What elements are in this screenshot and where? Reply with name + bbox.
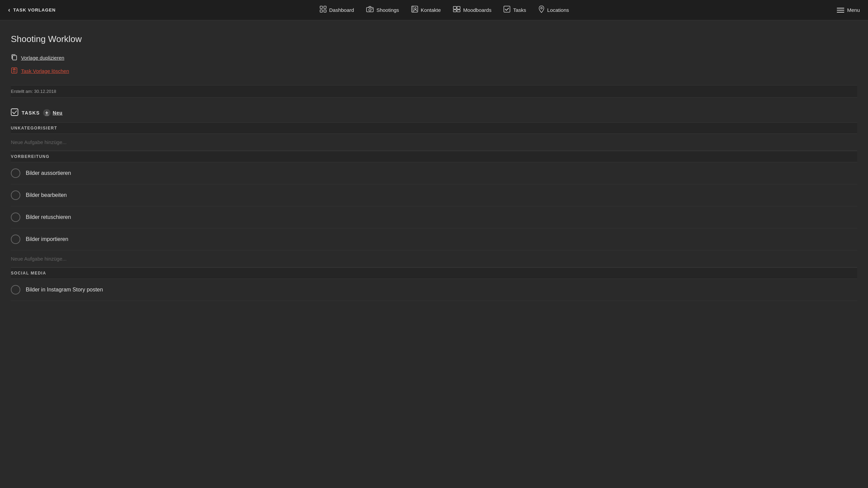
- menu-label: Menu: [847, 7, 860, 13]
- back-button[interactable]: ‹ TASK VORLAGEN: [8, 6, 56, 14]
- nav-label-dashboard: Dashboard: [329, 7, 354, 13]
- delete-label: Task Vorlage löschen: [21, 68, 69, 74]
- nav-item-dashboard[interactable]: Dashboard: [320, 6, 354, 14]
- nav-label-moodboards: Moodboards: [463, 7, 491, 13]
- svg-rect-13: [457, 10, 460, 12]
- task-label: Bilder in Instagram Story posten: [26, 287, 103, 293]
- svg-point-9: [414, 8, 416, 9]
- task-checkbox[interactable]: [11, 285, 20, 294]
- svg-point-15: [540, 7, 542, 9]
- new-task-input-unkategorisiert[interactable]: Neue Aufgabe hinzüge...: [11, 134, 857, 151]
- nav-item-tasks[interactable]: Tasks: [504, 6, 526, 14]
- back-label: TASK VORLAGEN: [13, 7, 56, 13]
- task-label: Bilder importieren: [26, 236, 68, 242]
- task-item: Bilder retuschieren: [11, 206, 857, 228]
- page-title: Shooting Worklow: [11, 34, 857, 44]
- svg-rect-11: [457, 6, 460, 9]
- svg-rect-0: [320, 6, 322, 8]
- svg-rect-16: [13, 56, 17, 60]
- duplicate-icon: [11, 54, 18, 62]
- task-checkbox[interactable]: [11, 190, 20, 200]
- task-item: Bilder aussortieren: [11, 162, 857, 184]
- task-label: Bilder aussortieren: [26, 170, 71, 176]
- section-header-vorbereitung: VORBEREITUNG: [11, 151, 857, 162]
- nav-item-locations[interactable]: Locations: [538, 5, 569, 15]
- task-item: Bilder bearbeiten: [11, 184, 857, 206]
- created-date: Erstellt am: 30.12.2018: [11, 85, 857, 98]
- nav-item-kontakte[interactable]: Kontakte: [411, 6, 441, 14]
- svg-rect-1: [324, 6, 326, 8]
- action-links: Vorlage duplizieren Task Vorlage löschen: [11, 54, 857, 75]
- section-header-unkategorisiert: UNKATEGORISIERT: [11, 122, 857, 134]
- svg-rect-14: [504, 6, 510, 12]
- add-new-task-button[interactable]: + Neu: [43, 109, 62, 117]
- section-header-social-media: SOCIAL MEDIA: [11, 267, 857, 279]
- task-checkbox[interactable]: [11, 235, 20, 244]
- task-item: Bilder importieren: [11, 228, 857, 250]
- menu-lines-icon: [837, 8, 844, 13]
- nav-item-shootings[interactable]: Shootings: [366, 6, 399, 14]
- main-content: Shooting Worklow Vorlage duplizieren Tas…: [0, 20, 868, 314]
- duplicate-button[interactable]: Vorlage duplizieren: [11, 54, 857, 62]
- svg-rect-12: [453, 10, 456, 12]
- delete-button[interactable]: Task Vorlage löschen: [11, 67, 857, 75]
- location-icon: [538, 5, 545, 15]
- nav-label-tasks: Tasks: [513, 7, 526, 13]
- nav-label-shootings: Shootings: [376, 7, 399, 13]
- task-label: Bilder bearbeiten: [26, 192, 67, 198]
- svg-rect-6: [372, 8, 373, 9]
- svg-rect-10: [453, 6, 456, 9]
- top-navigation: ‹ TASK VORLAGEN Dashboard: [0, 0, 868, 20]
- nav-items: Dashboard Shootings: [320, 5, 569, 15]
- back-chevron-icon: ‹: [8, 6, 11, 14]
- new-label: Neu: [53, 110, 62, 116]
- tasks-label: TASKS: [22, 110, 40, 116]
- tasks-section-header: TASKS + Neu: [11, 104, 857, 122]
- task-checkbox[interactable]: [11, 212, 20, 222]
- nav-label-locations: Locations: [547, 7, 569, 13]
- nav-item-moodboards[interactable]: Moodboards: [453, 6, 491, 14]
- nav-label-kontakte: Kontakte: [421, 7, 441, 13]
- task-label: Bilder retuschieren: [26, 214, 71, 220]
- svg-rect-18: [11, 109, 18, 116]
- camera-icon: [366, 6, 374, 14]
- plus-icon: +: [43, 109, 51, 117]
- new-task-input-vorbereitung[interactable]: Neue Aufgabe hinzüge...: [11, 250, 857, 267]
- svg-rect-3: [324, 10, 326, 12]
- svg-point-5: [369, 9, 371, 11]
- duplicate-label: Vorlage duplizieren: [21, 55, 64, 61]
- contacts-icon: [411, 6, 418, 14]
- moodboard-icon: [453, 6, 460, 14]
- menu-button[interactable]: Menu: [837, 7, 860, 13]
- tasks-icon: [504, 6, 510, 14]
- tasks-check-icon: [11, 108, 18, 117]
- delete-icon: [11, 67, 18, 75]
- svg-rect-2: [320, 10, 322, 12]
- dashboard-icon: [320, 6, 327, 14]
- task-item: Bilder in Instagram Story posten: [11, 279, 857, 301]
- task-checkbox[interactable]: [11, 168, 20, 178]
